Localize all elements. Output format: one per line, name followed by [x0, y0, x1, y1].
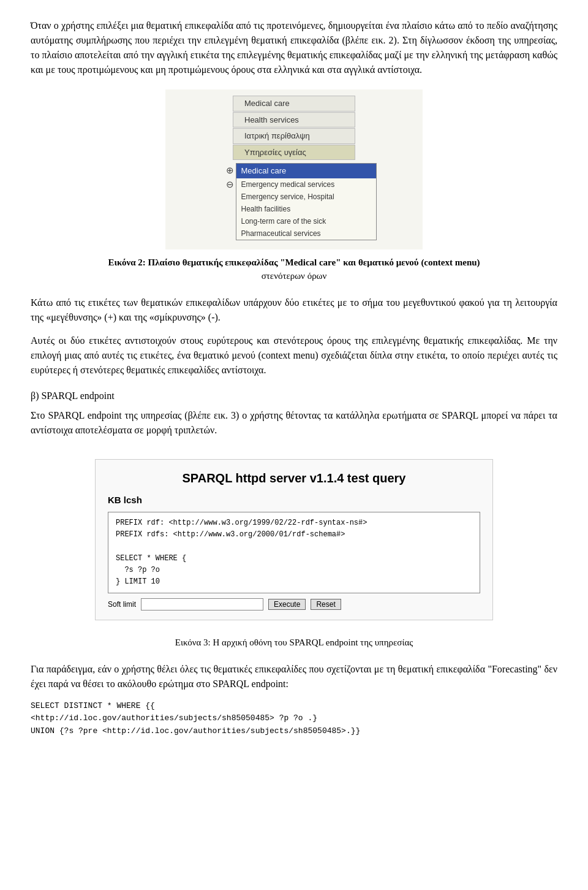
zoom-in-icon[interactable]: ⊕ [226, 164, 234, 177]
figure2-caption-bold: Εικόνα 2: Πλαίσιο θεματικής επικεφαλίδας… [108, 257, 480, 267]
submenu-item-4[interactable]: Long-term care of the sick [236, 215, 376, 227]
figure2-box: Medical care Health services Ιατρική περ… [165, 89, 423, 249]
zoom-out-icon[interactable]: ⊖ [226, 178, 234, 191]
sparql-query-box: PREFIX rdf: <http://www.w3.org/1999/02/2… [108, 512, 480, 593]
figure2-container: Medical care Health services Ιατρική περ… [31, 89, 557, 283]
execute-button[interactable]: Execute [268, 599, 306, 610]
menu-item-greek1[interactable]: Ιατρική περίθαλψη [233, 128, 355, 144]
submenu-title-item[interactable]: Medical care [236, 164, 376, 178]
reset-button[interactable]: Reset [311, 599, 341, 610]
menu-item-greek2[interactable]: Υπηρεσίες υγείας [233, 145, 355, 161]
figure3-box: SPARQL httpd server v1.1.4 test query KB… [95, 459, 493, 621]
sparql-controls: Soft limit Execute Reset [108, 598, 480, 610]
figure2-inner: Medical care Health services Ιατρική περ… [178, 96, 410, 240]
query-line-6: } LIMIT 10 [116, 576, 472, 588]
figure2-caption-normal: στενότερων όρων [262, 271, 327, 281]
figure3-caption: Εικόνα 3: Η αρχική οθόνη του SPARQL endp… [175, 636, 413, 650]
soft-limit-input[interactable] [141, 598, 263, 610]
submenu-panel: Medical care Emergency medical services … [236, 163, 377, 240]
query-line-5: ?s ?p ?o [116, 565, 472, 576]
zoom-icons-col: ⊕ ⊖ [224, 163, 236, 240]
submenu-item-5[interactable]: Pharmaceutical services [236, 227, 376, 240]
query-line-1: PREFIX rdf: <http://www.w3.org/1999/02/2… [116, 517, 472, 529]
paragraph5: Για παράδειγμα, εάν ο χρήστης θέλει όλες… [31, 662, 557, 691]
figure2-caption: Εικόνα 2: Πλαίσιο θεματικής επικεφαλίδας… [108, 256, 480, 283]
paragraph1: Όταν ο χρήστης επιλέξει μια θεματική επι… [31, 18, 557, 77]
menu-item-health-services[interactable]: Health services [233, 112, 355, 128]
paragraph2: Κάτω από τις ετικέτες των θεματικών επικ… [31, 295, 557, 325]
top-menu-list: Medical care Health services Ιατρική περ… [233, 96, 355, 160]
paragraph3: Αυτές οι δύο ετικέτες αντιστοιχούν στους… [31, 333, 557, 378]
soft-limit-label: Soft limit [108, 599, 136, 610]
query-line-2: PREFIX rdfs: <http://www.w3.org/2000/01/… [116, 529, 472, 541]
submenu-item-2[interactable]: Emergency service, Hospital [236, 191, 376, 203]
code-block: SELECT DISTINCT * WHERE {{ <http://id.lo… [31, 700, 557, 738]
kb-label: KB lcsh [108, 493, 480, 508]
submenu-item-3[interactable]: Health facilities [236, 203, 376, 215]
bottom-row: ⊕ ⊖ Medical care Emergency medical servi… [224, 163, 377, 240]
section-beta: β) SPARQL endpoint [31, 389, 557, 403]
paragraph4: Στο SPARQL endpoint της υπηρεσίας (βλέπε… [31, 408, 557, 438]
submenu-item-1[interactable]: Emergency medical services [236, 178, 376, 191]
menu-item-medical-care[interactable]: Medical care [233, 96, 355, 112]
query-line-3 [116, 541, 472, 552]
figure3-container: SPARQL httpd server v1.1.4 test query KB… [31, 450, 557, 650]
query-line-4: SELECT * WHERE { [116, 553, 472, 565]
sparql-title: SPARQL httpd server v1.1.4 test query [108, 469, 480, 487]
